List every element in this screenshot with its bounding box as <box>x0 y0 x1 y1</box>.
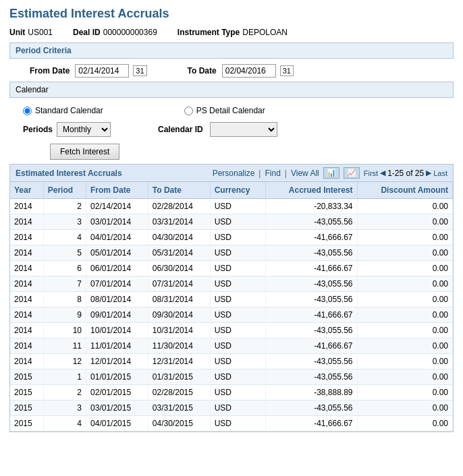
table-row: 2014 6 06/01/2014 06/30/2014 USD -41,666… <box>10 261 453 276</box>
cell-from-date: 07/01/2014 <box>86 276 148 292</box>
table-body: 2014 2 02/14/2014 02/28/2014 USD -20,833… <box>10 199 453 432</box>
from-date-calendar-button[interactable]: 31 <box>133 65 146 76</box>
periods-label: Periods <box>23 125 53 134</box>
calendar-id-group: Calendar ID <box>158 122 277 137</box>
view-all-link[interactable]: View All <box>291 169 319 178</box>
standard-calendar-radio[interactable] <box>23 107 32 115</box>
cell-discount-amount: 0.00 <box>357 400 452 416</box>
date-row: From Date 31 To Date 31 <box>9 64 454 78</box>
cell-currency: USD <box>210 199 266 214</box>
cell-period: 6 <box>43 261 86 276</box>
cell-accrued-interest: -43,055.56 <box>266 354 357 369</box>
cell-currency: USD <box>210 276 266 292</box>
cell-period: 10 <box>43 323 86 338</box>
cell-period: 9 <box>43 307 86 323</box>
cell-period: 2 <box>43 385 86 400</box>
deal-id-info: Deal ID 000000000369 <box>73 28 157 37</box>
periods-select[interactable]: Monthly Weekly Daily Quarterly Yearly <box>57 122 111 137</box>
table-toolbar-actions: Personalize | Find | View All 📊 📈 First … <box>213 167 447 179</box>
cell-from-date: 05/01/2014 <box>86 245 148 261</box>
cell-year: 2015 <box>10 369 43 385</box>
table-row: 2014 5 05/01/2014 05/31/2014 USD -43,055… <box>10 245 453 261</box>
table-toolbar-title: Estimated Interest Accruals <box>16 169 122 178</box>
pagination: First ◀ 1-25 of 25 ▶ Last <box>364 169 447 178</box>
prev-page-button[interactable]: ◀ <box>380 169 385 177</box>
col-from-date: From Date <box>86 182 148 199</box>
cell-period: 3 <box>43 400 86 416</box>
find-link[interactable]: Find <box>265 169 280 178</box>
grid-view-button[interactable]: 📊 <box>323 167 339 179</box>
table-toolbar: Estimated Interest Accruals Personalize … <box>9 164 454 181</box>
cell-period: 8 <box>43 292 86 307</box>
cell-from-date: 02/14/2014 <box>86 199 148 214</box>
cell-accrued-interest: -43,055.56 <box>266 323 357 338</box>
cell-currency: USD <box>210 214 266 230</box>
table-row: 2014 7 07/01/2014 07/31/2014 USD -43,055… <box>10 276 453 292</box>
cell-discount-amount: 0.00 <box>357 230 452 245</box>
cell-year: 2014 <box>10 307 43 323</box>
chart-view-button[interactable]: 📈 <box>344 167 360 179</box>
cell-accrued-interest: -20,833.34 <box>266 199 357 214</box>
cell-year: 2014 <box>10 214 43 230</box>
last-page-button[interactable]: Last <box>433 169 447 177</box>
cell-to-date: 05/31/2014 <box>148 245 210 261</box>
cell-currency: USD <box>210 416 266 432</box>
cell-to-date: 06/30/2014 <box>148 261 210 276</box>
cell-currency: USD <box>210 400 266 416</box>
col-accrued-interest: Accrued Interest <box>266 182 357 199</box>
cell-from-date: 04/01/2014 <box>86 230 148 245</box>
cell-year: 2014 <box>10 338 43 354</box>
cell-year: 2014 <box>10 323 43 338</box>
cell-year: 2015 <box>10 400 43 416</box>
pagination-text: 1-25 of 25 <box>387 169 424 178</box>
cell-accrued-interest: -41,666.67 <box>266 261 357 276</box>
cell-currency: USD <box>210 292 266 307</box>
col-discount-amount: Discount Amount <box>357 182 452 199</box>
cell-accrued-interest: -43,055.56 <box>266 369 357 385</box>
cell-discount-amount: 0.00 <box>357 354 452 369</box>
table-row: 2014 2 02/14/2014 02/28/2014 USD -20,833… <box>10 199 453 214</box>
cell-period: 11 <box>43 338 86 354</box>
standard-calendar-option: Standard Calendar <box>23 106 103 115</box>
cell-discount-amount: 0.00 <box>357 385 452 400</box>
cell-period: 12 <box>43 354 86 369</box>
cell-discount-amount: 0.00 <box>357 214 452 230</box>
table-container: Year Period From Date To Date Currency A… <box>9 181 454 432</box>
cell-to-date: 01/31/2015 <box>148 369 210 385</box>
table-row: 2014 8 08/01/2014 08/31/2014 USD -43,055… <box>10 292 453 307</box>
cell-currency: USD <box>210 245 266 261</box>
cell-to-date: 04/30/2015 <box>148 416 210 432</box>
from-date-label: From Date <box>30 66 70 76</box>
cell-to-date: 11/30/2014 <box>148 338 210 354</box>
calendar-type-row: Standard Calendar PS Detail Calendar <box>9 102 454 119</box>
cell-period: 4 <box>43 230 86 245</box>
to-date-calendar-button[interactable]: 31 <box>280 65 294 76</box>
header-row: Year Period From Date To Date Currency A… <box>10 182 453 199</box>
cell-discount-amount: 0.00 <box>357 199 452 214</box>
first-page-button[interactable]: First <box>364 169 378 177</box>
cell-year: 2014 <box>10 292 43 307</box>
calendar-section-label: Calendar <box>16 85 49 94</box>
fetch-interest-button[interactable]: Fetch Interest <box>50 144 119 160</box>
cell-year: 2014 <box>10 245 43 261</box>
cell-discount-amount: 0.00 <box>357 245 452 261</box>
cell-discount-amount: 0.00 <box>357 338 452 354</box>
fetch-button-row: Fetch Interest <box>9 140 454 164</box>
next-page-button[interactable]: ▶ <box>426 169 431 177</box>
table-row: 2014 10 10/01/2014 10/31/2014 USD -43,05… <box>10 323 453 338</box>
cell-to-date: 02/28/2014 <box>148 199 210 214</box>
calendar-id-select[interactable] <box>210 122 277 137</box>
cell-to-date: 03/31/2015 <box>148 400 210 416</box>
table-row: 2014 3 03/01/2014 03/31/2014 USD -43,055… <box>10 214 453 230</box>
from-date-input[interactable] <box>75 64 129 78</box>
cell-to-date: 10/31/2014 <box>148 323 210 338</box>
personalize-link[interactable]: Personalize <box>213 169 255 178</box>
calendar-id-label: Calendar ID <box>158 125 203 134</box>
cell-period: 4 <box>43 416 86 432</box>
to-date-input[interactable] <box>222 64 276 78</box>
ps-detail-calendar-radio[interactable] <box>184 107 193 115</box>
instrument-type-label: Instrument Type <box>178 28 240 37</box>
standard-calendar-label: Standard Calendar <box>35 106 103 115</box>
cell-from-date: 03/01/2015 <box>86 400 148 416</box>
cell-currency: USD <box>210 354 266 369</box>
